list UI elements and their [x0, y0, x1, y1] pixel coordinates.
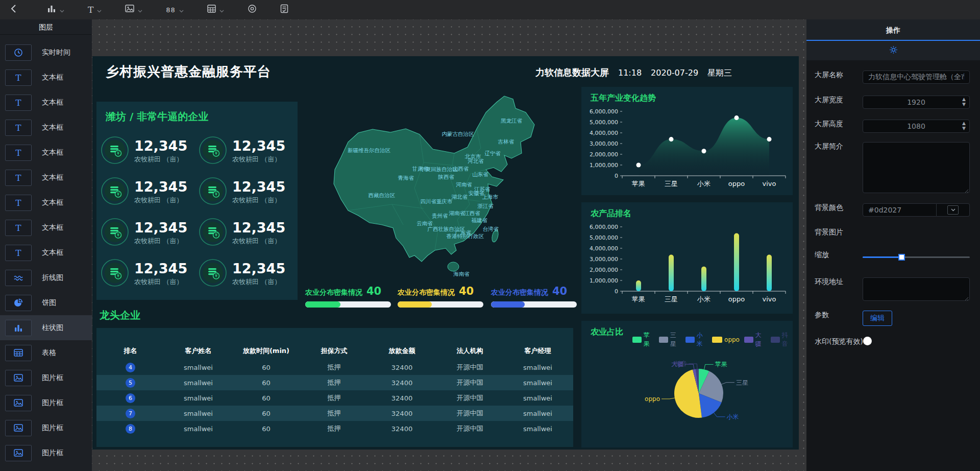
- density-progress[interactable]: 农业分布密集情况40: [398, 285, 483, 308]
- report-button[interactable]: [280, 4, 288, 15]
- sidebar-item-文本框[interactable]: T文本框: [0, 140, 92, 165]
- sidebar-item-文本框[interactable]: T文本框: [0, 240, 92, 265]
- sidebar-item-label: 图片框: [42, 449, 63, 458]
- density-progress[interactable]: 农业分布密集情况40: [305, 285, 391, 308]
- stat-item: ¥12,345农牧耕田 （亩）: [199, 254, 295, 294]
- trend-chart-panel[interactable]: 五年产业变化趋势 6,000,0005,000,0004,000,0003,00…: [581, 87, 793, 195]
- screen-desc-textarea[interactable]: [863, 142, 970, 193]
- share-chart-title: 农业占比: [591, 327, 623, 338]
- width-stepper[interactable]: ▲▼: [962, 97, 966, 107]
- svg-text:1,000,000: 1,000,000: [590, 277, 618, 284]
- share-chart-panel[interactable]: 农业占比 苹果三星小米oppo大疆抖音 苹果三星小米oppo大疆抖音: [581, 321, 793, 448]
- sidebar-item-文本框[interactable]: T文本框: [0, 90, 92, 115]
- table-cell: 抵押: [300, 393, 368, 403]
- dashboard-header-meta: 力软信息数据大屏 11:18 2020-07-29 星期三: [535, 66, 732, 79]
- back-button[interactable]: [10, 4, 23, 15]
- bar-chart-icon: [5, 320, 32, 336]
- rank-badge: 8: [126, 424, 135, 434]
- legend-swatch: [659, 337, 668, 343]
- sidebar-item-实时时间[interactable]: 实时时间: [0, 40, 92, 65]
- sidebar-item-图片框[interactable]: 图片框: [0, 365, 92, 390]
- rank-badge: 6: [126, 393, 135, 403]
- stat-label: 农牧耕田 （亩）: [232, 277, 285, 287]
- svg-text:¥: ¥: [215, 274, 217, 278]
- sidebar-item-文本框[interactable]: T文本框: [0, 165, 92, 190]
- svg-text:小米: 小米: [727, 413, 739, 420]
- canvas-workspace[interactable]: 乡村振兴普惠金融服务平台 力软信息数据大屏 11:18 2020-07-29 星…: [92, 19, 806, 471]
- sidebar-item-折线图[interactable]: 折线图: [0, 265, 92, 290]
- province-label: 重庆市: [436, 198, 453, 205]
- settings-tab[interactable]: [806, 41, 980, 60]
- coins-icon: ¥: [101, 258, 129, 289]
- dashboard-preview[interactable]: 乡村振兴普惠金融服务平台 力软信息数据大屏 11:18 2020-07-29 星…: [92, 56, 799, 450]
- table-cell: 32400: [368, 410, 436, 417]
- stat-item: ¥12,345农牧耕田 （亩）: [101, 213, 197, 253]
- table-cell: smallwei: [504, 394, 572, 402]
- preview-button[interactable]: [248, 4, 257, 15]
- dashboard-brand[interactable]: 力软信息数据大屏: [535, 66, 609, 79]
- env-url-textarea[interactable]: [863, 277, 970, 301]
- operations-panel-title: 操作: [806, 19, 980, 41]
- height-stepper[interactable]: ▲▼: [962, 121, 966, 131]
- chevron-down-icon: [138, 5, 142, 15]
- dashboard-weekday[interactable]: 星期三: [707, 68, 732, 79]
- screen-width-input[interactable]: [863, 96, 970, 109]
- screen-name-input[interactable]: [863, 70, 970, 84]
- ranking-chart-panel[interactable]: 农产品排名 6,000,0005,000,0004,000,0003,000,0…: [581, 202, 793, 314]
- bg-color-input[interactable]: [863, 203, 937, 217]
- params-edit-button[interactable]: 编辑: [863, 311, 892, 326]
- sidebar-item-表格[interactable]: 表格: [0, 340, 92, 365]
- decoration-widget-button[interactable]: 88: [166, 5, 184, 15]
- table-widget-button[interactable]: [207, 5, 224, 15]
- ranking-bar-chart: 6,000,0005,000,0004,000,0003,000,0002,00…: [581, 220, 793, 310]
- image-widget-button[interactable]: [125, 5, 142, 15]
- progress-track: [491, 301, 577, 308]
- sidebar-item-饼图[interactable]: 饼图: [0, 290, 92, 315]
- column-header: 担保方式: [300, 346, 368, 356]
- svg-text:¥: ¥: [215, 233, 217, 238]
- table-header-row: 排名客户姓名放款时间(min)担保方式放款金额法人机构客户经理: [96, 343, 573, 359]
- dashboard-time[interactable]: 11:18: [618, 68, 642, 78]
- text-widget-button[interactable]: T: [88, 5, 102, 15]
- province-label: 辽宁省: [484, 150, 501, 157]
- legend-swatch: [712, 337, 722, 343]
- sidebar-item-文本框[interactable]: T文本框: [0, 65, 92, 90]
- bg-color-dropdown-button[interactable]: [937, 203, 970, 217]
- dashboard-title[interactable]: 乡村振兴普惠金融服务平台: [106, 63, 271, 81]
- slider-handle[interactable]: [898, 254, 905, 261]
- screen-width-label: 大屏宽度: [815, 96, 843, 105]
- coins-icon: ¥: [101, 218, 129, 248]
- sidebar-item-label: 文本框: [42, 173, 63, 182]
- table-cell: 开源中国: [436, 424, 504, 433]
- sidebar-item-label: 图片框: [42, 373, 63, 383]
- stat-item: ¥12,345农牧耕田 （亩）: [101, 254, 197, 294]
- sidebar-item-label: 文本框: [42, 123, 63, 132]
- layers-list: 实时时间T文本框T文本框T文本框T文本框T文本框T文本框T文本框T文本框折线图饼…: [0, 40, 92, 465]
- progress-value: 40: [366, 285, 381, 297]
- enterprise-table[interactable]: 排名客户姓名放款时间(min)担保方式放款金额法人机构客户经理4smallwei…: [96, 328, 573, 447]
- zoom-slider[interactable]: [863, 250, 970, 264]
- legend-item[interactable]: oppo: [712, 336, 740, 343]
- stats-panel[interactable]: 潍坊 / 非常牛逼的企业 ¥12,345农牧耕田 （亩）¥12,345农牧耕田 …: [96, 102, 298, 300]
- density-progress[interactable]: 农业分布密集情况40: [491, 285, 577, 308]
- sidebar-item-文本框[interactable]: T文本框: [0, 190, 92, 215]
- progress-value: 40: [552, 285, 567, 297]
- sidebar-item-图片框[interactable]: 图片框: [0, 440, 92, 465]
- table-cell: 开源中国: [436, 363, 504, 372]
- stat-label: 农牧耕田 （亩）: [134, 196, 187, 205]
- province-label: 上海市: [482, 194, 498, 201]
- dashboard-date[interactable]: 2020-07-29: [651, 68, 698, 78]
- screen-height-input[interactable]: [863, 120, 970, 133]
- svg-text:5,000,000: 5,000,000: [590, 234, 618, 241]
- stat-label: 农牧耕田 （亩）: [232, 196, 285, 205]
- sidebar-item-柱状图[interactable]: 柱状图: [0, 315, 92, 340]
- legend-swatch: [771, 337, 780, 343]
- column-header: 放款金额: [368, 346, 436, 356]
- china-map[interactable]: 黑龙江省内蒙古自治区吉林省辽宁省新疆维吾尔自治区北京市河北省甘肃省宁夏回族自治区…: [301, 82, 582, 286]
- sidebar-item-文本框[interactable]: T文本框: [0, 215, 92, 240]
- sidebar-item-图片框[interactable]: 图片框: [0, 390, 92, 415]
- rank-badge: 7: [126, 409, 135, 418]
- sidebar-item-图片框[interactable]: 图片框: [0, 415, 92, 440]
- sidebar-item-文本框[interactable]: T文本框: [0, 115, 92, 140]
- chart-widget-button[interactable]: [47, 4, 64, 15]
